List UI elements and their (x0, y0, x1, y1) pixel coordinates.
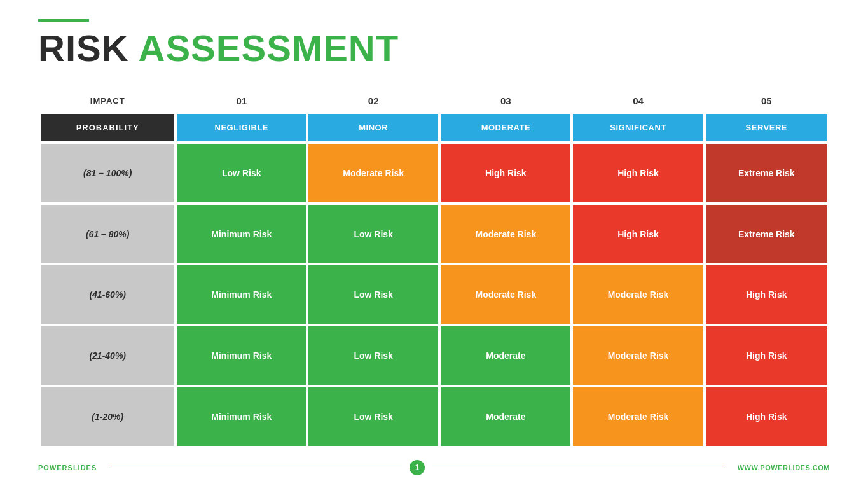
page-container: RISK ASSESSMENT IMPACT 01 02 03 04 05 PR… (0, 0, 868, 488)
risk-cell: Moderate Risk (441, 205, 570, 263)
risk-cell: Low Risk (308, 387, 438, 446)
impact-significant: SIGNIFICANT (573, 114, 703, 141)
footer-power: POWER (38, 464, 68, 471)
risk-cell: High Risk (706, 326, 827, 385)
risk-cell: Minimum Risk (177, 387, 306, 446)
table-row: (41-60%) Minimum Risk Low Risk Moderate … (41, 265, 827, 324)
risk-cell: Moderate Risk (573, 265, 703, 324)
risk-cell: Minimum Risk (177, 326, 306, 385)
risk-cell: Moderate Risk (573, 387, 703, 446)
footer-slides: SLIDES (68, 464, 97, 471)
risk-cell: Extreme Risk (706, 205, 827, 263)
col-number-5: 05 (706, 90, 827, 111)
risk-cell: Moderate Risk (308, 144, 438, 202)
col-number-3: 03 (441, 90, 570, 111)
risk-cell: Low Risk (308, 205, 438, 263)
footer-line-right (432, 468, 725, 468)
prob-range-3: (41-60%) (41, 265, 174, 324)
table-row: (61 – 80%) Minimum Risk Low Risk Moderat… (41, 205, 827, 263)
footer-line-container: 1 (109, 460, 724, 475)
footer-brand-left: POWERSLIDES (38, 464, 97, 471)
page-title: RISK ASSESSMENT (38, 28, 830, 69)
footer-page-number: 1 (410, 460, 425, 475)
risk-cell: Moderate (441, 387, 570, 446)
risk-cell: Extreme Risk (706, 144, 827, 202)
prob-range-1: (81 – 100%) (41, 144, 174, 202)
risk-cell: Minimum Risk (177, 205, 306, 263)
risk-cell: High Risk (706, 387, 827, 446)
prob-range-4: (21-40%) (41, 326, 174, 385)
risk-cell: High Risk (573, 205, 703, 263)
prob-range-2: (61 – 80%) (41, 205, 174, 263)
prob-range-5: (1-20%) (41, 387, 174, 446)
impact-negligible: NEGLIGIBLE (177, 114, 306, 141)
risk-cell: Moderate Risk (441, 265, 570, 324)
table-row: (81 – 100%) Low Risk Moderate Risk High … (41, 144, 827, 202)
title-risk: RISK (38, 27, 139, 69)
risk-cell: Low Risk (308, 326, 438, 385)
table-row: (21-40%) Minimum Risk Low Risk Moderate … (41, 326, 827, 385)
footer-line-left (109, 468, 402, 468)
impact-label: IMPACT (41, 90, 174, 111)
risk-cell: High Risk (706, 265, 827, 324)
risk-cell: Low Risk (177, 144, 306, 202)
impact-moderate: MODERATE (441, 114, 570, 141)
col-numbers-row: IMPACT 01 02 03 04 05 (41, 90, 827, 111)
table-row: (1-20%) Minimum Risk Low Risk Moderate M… (41, 387, 827, 446)
risk-cell: Moderate (441, 326, 570, 385)
title-assessment: ASSESSMENT (139, 27, 399, 69)
probability-header: PROBABILITY (41, 114, 174, 141)
footer: POWERSLIDES 1 WWW.POWERLIDES.COM (38, 456, 830, 475)
footer-brand-right: WWW.POWERLIDES.COM (738, 464, 830, 471)
risk-matrix-table: IMPACT 01 02 03 04 05 PROBABILITY NEGLIG… (38, 88, 830, 449)
risk-cell: High Risk (573, 144, 703, 202)
risk-cell: Low Risk (308, 265, 438, 324)
col-number-2: 02 (308, 90, 438, 111)
risk-cell: Minimum Risk (177, 265, 306, 324)
risk-cell: High Risk (441, 144, 570, 202)
impact-severe: SERVERE (706, 114, 827, 141)
risk-cell: Moderate Risk (573, 326, 703, 385)
header-accent-line (38, 19, 89, 22)
col-number-4: 04 (573, 90, 703, 111)
impact-minor: MINOR (308, 114, 438, 141)
col-number-1: 01 (177, 90, 306, 111)
header-labels-row: PROBABILITY NEGLIGIBLE MINOR MODERATE SI… (41, 114, 827, 141)
title-area: RISK ASSESSMENT (38, 28, 830, 69)
